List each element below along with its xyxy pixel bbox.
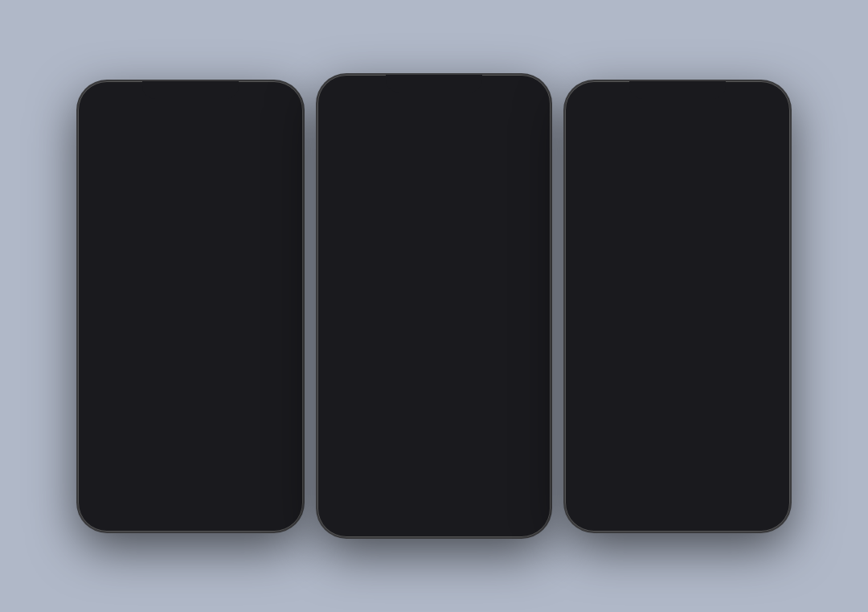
notif-app-her: HER [97,232,128,241]
favorites-app-name: 📞 FAVORITES [334,407,391,417]
status-right-icons: ✦ ▓▓▓ [267,93,289,101]
weather-header: ☁ WEATHER Show more [326,181,542,199]
cal-divider [334,302,534,302]
date-left: Tuesday, September 13 [80,173,301,185]
widget-area: ☁ WEATHER Show more ☀️ Tel Aviv-Yafo Mos… [326,181,542,429]
calendar-icon: 📅 [334,253,343,263]
news-title: OMG news! [334,358,493,369]
see-all-left: ↩ See all [97,359,128,368]
notif-footer-news-right: Press for more [584,429,771,437]
news-header: NEWS Show more [326,330,542,348]
news-show-more[interactable]: Show more [497,336,534,344]
weather-range: 32° / 28° [506,225,534,233]
phone-screen-middle: ▌▌▌ WiFi ✦ ▓▓▓ 🔍 Search 🎤 9:41 Tuesday, … [319,76,549,536]
notif-time-news-left: 4hr ago [262,391,284,398]
signal-icon: ▌▌▌ [92,93,106,101]
cal-next-time: 11 AM [334,307,534,315]
notif-card-2hr-left: 2hr ago I'm an annoying notification. Go… [88,315,293,376]
time-right: 9:41 [567,123,788,170]
camera-icon-left[interactable]: 📷 [248,498,264,513]
status-left-right: ▌▌▌ WiFi [579,93,608,101]
search-icon: 🔍 [334,108,343,117]
calendar-content: 10 AM Brush dog's teeth Bathroom 2nd flo… [326,266,542,323]
press-unlock-left[interactable]: Press to unlock [80,462,301,474]
news-icon-right [584,379,594,388]
weather-desc: Mostly sunny [366,216,430,224]
bt-icon: ✦ [267,93,272,101]
wifi-icon-right: WiFi [596,93,608,101]
flashlight-icon-right[interactable]: ⚡ [604,498,620,513]
notif-body-news-left: I'm an annoying notification. Got like 3… [97,403,284,437]
camera-icon-middle[interactable]: 📷 [494,506,510,521]
notif-body-news-right: I'm an annoying notification. Got like 3… [584,392,771,425]
favorites-show-more[interactable]: Show more [497,408,534,416]
home-button-right[interactable] [663,491,692,520]
news-content: OMG news! Something big has happend. For… [326,348,542,395]
news-app-name: NEWS [334,335,370,345]
news-widget: NEWS Show more OMG news! Something big h… [326,330,542,395]
notif-app-news-left: NEWS [97,390,134,400]
notif-header-news-right: NEWS 4hr ago [584,379,771,388]
phone-middle: ▌▌▌ WiFi ✦ ▓▓▓ 🔍 Search 🎤 9:41 Tuesday, … [317,75,551,537]
notif-swipe-inner: HER now I'm an annoying notification. Go… [88,224,293,309]
notif-card-2hr-right: 2hr ago I'm an annoying notification. Go… [575,304,780,364]
weather-right: 30° 32° / 28° [506,203,534,233]
camera-icon-right[interactable]: 📷 [735,498,751,513]
weather-notif-icon: ☁ [584,232,594,241]
calendar-header: 📅 CALENDAR [326,248,542,266]
favorites-header: 📞 FAVORITES Show more [326,401,542,422]
time-left: 9:41 [80,123,301,170]
notif-header-2hr-right: 2hr ago [584,312,771,319]
cal-title: Brush dog's teeth [359,269,441,281]
time-display-right: 9:41 Tuesday, September 13 [567,123,788,185]
notif-app-news-right: NEWS [584,379,621,388]
notif-body-2hr: I'm an annoying notification. Got like 2… [97,334,284,356]
weather-content: ☀️ Tel Aviv-Yafo Mostly sunny Chance of … [326,199,542,241]
bottom-bar-left: ⚡ 📷 [80,491,301,520]
see-all-right: ↩ See all [584,348,615,356]
wifi-icon: WiFi [108,93,121,101]
wifi-icon-mid: WiFi [348,88,361,95]
home-button-left[interactable] [176,491,205,520]
battery-icon: ▓▓▓ [275,93,289,101]
press-unlock-right[interactable]: Press to unlock [567,462,788,474]
bt-icon-mid: ✦ [514,88,520,95]
weather-info: Tel Aviv-Yafo Mostly sunny Chance of Rai… [366,204,430,232]
notif-time-weather-right: now [759,232,771,240]
notif-time-2hr-right: 2hr ago [749,312,771,319]
notif-body-swiped: I'm an annoying notification. Got like 3… [97,244,248,290]
sun-icon: ☀️ [334,205,359,231]
search-bar[interactable]: 🔍 Search 🎤 [327,101,541,123]
news-body: Something big has happend. For realz. [334,371,493,380]
status-right-mid: ✦ ▓▓▓ [514,88,537,95]
notif-header-weather-right: ☁ WEATHER now [584,232,771,241]
weather-left: ☀️ Tel Aviv-Yafo Mostly sunny Chance of … [334,204,430,232]
news-image [499,351,534,387]
home-button-middle[interactable] [420,499,448,528]
svg-point-1 [510,359,523,372]
flashlight-icon-left[interactable]: ⚡ [117,498,133,513]
notif-body-2hr-right: I'm an annoying notification. Got like 2… [584,322,771,345]
phone-screen-left: ▌▌▌ WiFi ✦ ▓▓▓ 🔒 9:41 Tuesday, September… [80,83,301,530]
press-more-weather-right: Press for more [584,281,632,290]
notif-swiped-container: HER now I'm an annoying notification. Go… [88,224,293,309]
favorites-icon: 📞 [334,407,343,417]
weather-temp: 30° [506,203,534,225]
bell-icon-middle[interactable]: 🔔 [358,506,374,521]
bottom-bar-middle: 🔔 📷 [319,499,549,528]
weather-show-more[interactable]: Show more [497,187,534,195]
notif-footer-swiped: more [97,293,248,301]
clear-button[interactable]: CLEAR [258,224,293,309]
search-placeholder: Search [347,107,521,117]
status-left-icons: ▌▌▌ WiFi [92,93,121,101]
weather-rain: Chance of Rain: 0% [366,224,430,232]
date-right: Tuesday, September 13 [567,173,788,185]
status-left-mid: ▌▌▌ WiFi [332,88,361,95]
notif-time-news-right: 4hr ago [749,380,771,387]
calendar-app-name: 📅 CALENDAR [334,253,391,263]
cal-time: 10 AM [334,271,354,297]
weather-city: Tel Aviv-Yafo [366,204,430,216]
phone-left: ▌▌▌ WiFi ✦ ▓▓▓ 🔒 9:41 Tuesday, September… [78,81,303,532]
svg-rect-2 [506,374,528,376]
notif-header-news-left: NEWS 4hr ago [97,390,284,400]
